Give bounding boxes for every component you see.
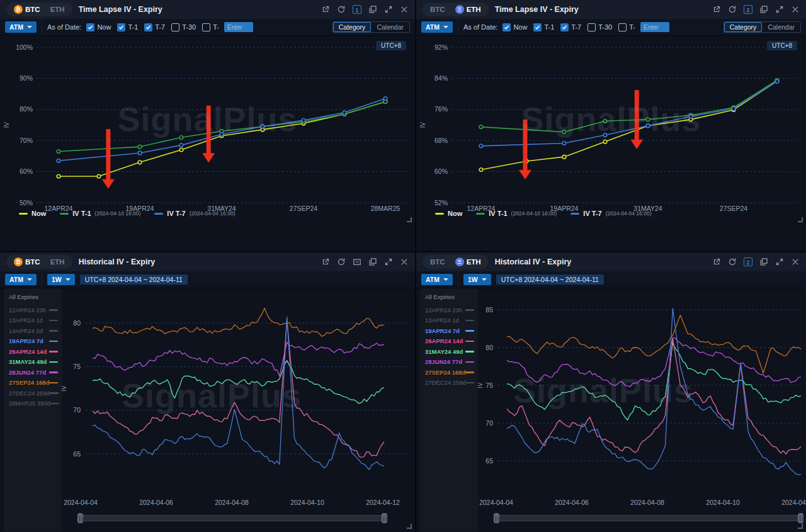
legend-item-iv-t-7[interactable]: IV T-7(2024-04-04 16:00) xyxy=(154,210,235,217)
folder-minus-icon[interactable] xyxy=(353,258,361,266)
checkbox-unchecked-icon[interactable] xyxy=(171,23,179,31)
refresh-icon[interactable] xyxy=(337,258,346,266)
expand-icon[interactable] xyxy=(384,258,393,266)
as-of-date-checkbox-t-1[interactable]: T-1 xyxy=(117,23,138,31)
slider-handle-left[interactable] xyxy=(77,513,83,523)
checkbox-unchecked-icon[interactable] xyxy=(202,23,210,31)
coin-eth-button[interactable]: ETH xyxy=(45,255,70,269)
expiry-item[interactable]: 31MAY24 49d xyxy=(425,346,474,357)
as-of-date-checkbox-t-1[interactable]: T-1 xyxy=(533,23,554,31)
expiry-item[interactable]: 12APR24 23h xyxy=(9,305,58,315)
as-of-date-checkbox-t-7[interactable]: T-7 xyxy=(144,23,165,31)
refresh-icon[interactable] xyxy=(728,258,737,266)
as-of-date-checkbox-t-30[interactable]: T-30 xyxy=(587,23,612,31)
close-icon[interactable] xyxy=(791,258,800,266)
checkbox-checked-icon[interactable] xyxy=(560,23,569,31)
view-toggle-calendar[interactable]: Calendar xyxy=(371,22,409,32)
close-icon[interactable] xyxy=(400,5,409,14)
expiry-item[interactable]: 27DEC24 259d xyxy=(425,378,474,388)
duplicate-icon[interactable] xyxy=(368,5,377,14)
expiry-item[interactable]: 19APR24 7d xyxy=(425,325,474,336)
time-range-slider[interactable] xyxy=(79,515,385,521)
legend-item-now[interactable]: Now xyxy=(19,210,46,217)
sidebar-all-expiries[interactable]: All Expiries xyxy=(425,293,474,300)
close-icon[interactable] xyxy=(400,258,409,266)
expiry-item[interactable]: 12APR24 23h xyxy=(425,305,474,315)
strike-select[interactable]: ATM xyxy=(5,274,37,285)
expiry-item[interactable]: 13APR24 1d xyxy=(425,315,474,326)
as-of-date-checkbox-t-7[interactable]: T-7 xyxy=(560,23,581,31)
as-of-date-checkbox-now[interactable]: Now xyxy=(502,23,527,31)
window-count-badge[interactable]: 2 xyxy=(744,5,752,14)
expand-icon[interactable] xyxy=(775,5,784,14)
expiry-item[interactable]: 26APR24 14d xyxy=(425,336,474,347)
expiry-item[interactable]: 27SEP24 168d xyxy=(9,378,58,388)
checkbox-unchecked-icon[interactable] xyxy=(618,23,627,31)
view-toggle-category[interactable]: Category xyxy=(333,22,372,32)
open-in-new-icon[interactable] xyxy=(321,258,330,266)
period-select[interactable]: 1W xyxy=(463,274,491,285)
coin-btc-button[interactable]: BTC xyxy=(425,255,450,269)
checkbox-checked-icon[interactable] xyxy=(502,23,511,31)
coin-eth-button[interactable]: ΞETH xyxy=(450,3,486,16)
strike-select[interactable]: ATM xyxy=(421,274,453,285)
checkbox-checked-icon[interactable] xyxy=(533,23,542,31)
expiry-item[interactable]: 27DEC24 259d xyxy=(9,388,58,399)
duplicate-icon[interactable] xyxy=(759,5,768,14)
refresh-icon[interactable] xyxy=(728,5,737,14)
checkbox-checked-icon[interactable] xyxy=(86,23,94,31)
resize-handle[interactable] xyxy=(798,217,803,222)
time-range-slider[interactable] xyxy=(496,515,802,521)
as-of-date-checkbox-t-[interactable]: T- xyxy=(618,23,635,31)
as-of-date-checkbox-t-30[interactable]: T-30 xyxy=(171,23,196,31)
duplicate-icon[interactable] xyxy=(368,258,377,266)
slider-handle-left[interactable] xyxy=(494,513,499,523)
coin-btc-button[interactable]: ₿BTC xyxy=(9,3,45,16)
coin-btc-button[interactable]: BTC xyxy=(425,3,450,16)
checkbox-unchecked-icon[interactable] xyxy=(587,23,596,31)
custom-days-input[interactable] xyxy=(640,22,669,32)
slider-handle-right[interactable] xyxy=(798,513,803,523)
expiry-item[interactable]: 28JUN24 77d xyxy=(9,367,58,378)
sidebar-all-expiries[interactable]: All Expiries xyxy=(9,293,58,300)
checkbox-checked-icon[interactable] xyxy=(117,23,125,31)
as-of-date-checkbox-now[interactable]: Now xyxy=(86,23,111,31)
expiry-item[interactable]: 27SEP24 168d xyxy=(425,367,474,378)
open-in-new-icon[interactable] xyxy=(712,5,721,14)
resize-handle[interactable] xyxy=(798,524,803,529)
legend-item-iv-t-1[interactable]: IV T-1(2024-04-10 16:00) xyxy=(476,210,557,217)
legend-item-iv-t-1[interactable]: IV T-1(2024-04-10 16:00) xyxy=(60,210,140,217)
period-select[interactable]: 1W xyxy=(47,274,75,285)
view-toggle-calendar[interactable]: Calendar xyxy=(762,22,800,32)
coin-eth-button[interactable]: ETH xyxy=(45,3,70,16)
view-toggle-category[interactable]: Category xyxy=(724,22,763,32)
expiry-item[interactable]: 26APR24 14d xyxy=(9,346,58,357)
expiry-item[interactable]: 19APR24 7d xyxy=(9,336,58,347)
expiry-item[interactable]: 31MAY24 49d xyxy=(9,357,58,368)
coin-eth-button[interactable]: ΞETH xyxy=(450,255,486,269)
resize-handle[interactable] xyxy=(407,524,412,529)
duplicate-icon[interactable] xyxy=(759,258,768,266)
open-in-new-icon[interactable] xyxy=(321,5,330,14)
slider-handle-right[interactable] xyxy=(382,513,387,523)
legend-item-now[interactable]: Now xyxy=(435,210,462,217)
open-in-new-icon[interactable] xyxy=(712,258,721,266)
expiry-item[interactable]: 14APR24 2d xyxy=(9,325,58,336)
resize-handle[interactable] xyxy=(407,217,412,222)
expiry-item[interactable]: 28JUN24 77d xyxy=(425,357,474,368)
coin-btc-button[interactable]: ₿BTC xyxy=(9,255,45,269)
strike-select[interactable]: ATM xyxy=(5,21,37,33)
close-icon[interactable] xyxy=(791,5,800,14)
refresh-icon[interactable] xyxy=(337,5,346,14)
as-of-date-checkbox-t-[interactable]: T- xyxy=(202,23,219,31)
checkbox-checked-icon[interactable] xyxy=(144,23,152,31)
window-count-badge[interactable]: 1 xyxy=(353,5,361,14)
strike-select[interactable]: ATM xyxy=(421,21,453,33)
expand-icon[interactable] xyxy=(384,5,393,14)
expand-icon[interactable] xyxy=(775,258,784,266)
window-count-badge[interactable]: 2 xyxy=(744,258,752,266)
expiry-item[interactable]: 13APR24 1d xyxy=(9,315,58,326)
legend-item-iv-t-7[interactable]: IV T-7(2024-04-04 16:00) xyxy=(570,210,651,217)
expiry-item[interactable]: 28MAR25 350d xyxy=(9,399,58,409)
custom-days-input[interactable] xyxy=(224,22,253,32)
